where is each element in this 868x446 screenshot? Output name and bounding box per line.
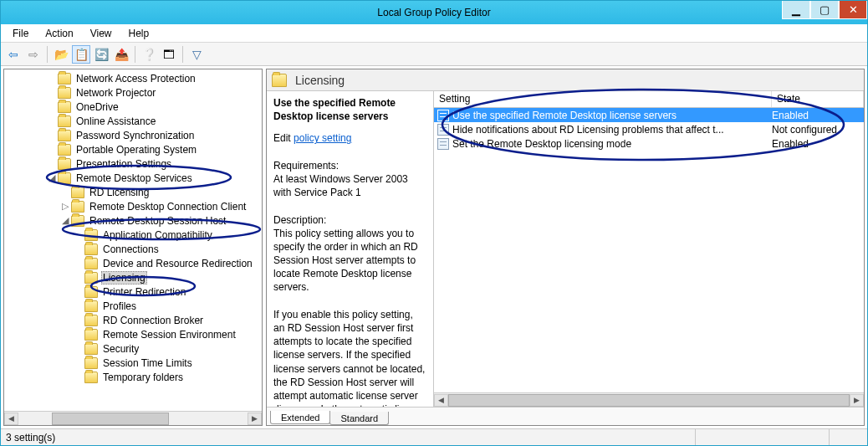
folder-icon: [84, 244, 98, 255]
menu-file[interactable]: File: [4, 26, 37, 41]
scroll-left-button[interactable]: ◀: [4, 413, 18, 425]
forward-button[interactable]: ⇨: [24, 45, 43, 64]
toolbar: ⇦ ⇨ 📂 📋 🔄 📤 ❔ 🗔 ▽: [1, 43, 867, 66]
setting-row[interactable]: Hide notifications about RD Licensing pr…: [434, 122, 864, 136]
back-button[interactable]: ⇦: [4, 45, 23, 64]
window-title: Local Group Policy Editor: [377, 7, 490, 18]
col-state[interactable]: State: [772, 91, 864, 107]
tree-label: RD Licensing: [88, 187, 151, 198]
tree-label: Remote Desktop Services: [74, 172, 194, 184]
expand-collapse-icon[interactable]: ◢: [59, 215, 71, 226]
description-text-1: This policy setting allows you to specif…: [273, 227, 426, 295]
edit-label: Edit: [273, 132, 291, 144]
tree-node[interactable]: Profiles: [6, 299, 262, 313]
tree-node[interactable]: ◢Remote Desktop Services: [6, 171, 262, 185]
setting-row[interactable]: Use the specified Remote Desktop license…: [434, 108, 864, 122]
export-button[interactable]: 📤: [112, 45, 130, 64]
col-setting[interactable]: Setting: [434, 91, 772, 107]
setting-name: Use the specified Remote Desktop license…: [452, 110, 772, 121]
tree-node[interactable]: Online Assistance: [6, 114, 262, 128]
folder-icon: [84, 315, 98, 326]
tree-node[interactable]: ◢Remote Desktop Session Host: [6, 213, 262, 228]
tree-label: Remote Desktop Connection Client: [88, 201, 248, 213]
menu-view[interactable]: View: [82, 26, 120, 41]
scroll-right-button[interactable]: ▶: [850, 394, 864, 407]
list-column-headers[interactable]: Setting State: [434, 91, 864, 108]
policy-icon: [437, 124, 449, 136]
folder-icon: [58, 172, 71, 184]
minimize-button[interactable]: ▁: [782, 1, 810, 19]
titlebar[interactable]: Local Group Policy Editor ▁ ▢ ✕: [1, 1, 867, 24]
tree-node[interactable]: Network Projector: [6, 85, 262, 100]
expand-icon[interactable]: ▷: [59, 201, 71, 212]
setting-row[interactable]: Set the Remote Desktop licensing modeEna…: [434, 136, 864, 151]
scroll-left-button[interactable]: ◀: [434, 394, 448, 407]
requirements-text: At least Windows Server 2003 with Servic…: [273, 172, 426, 199]
tree-label: Device and Resource Redirection: [101, 258, 254, 269]
refresh-button[interactable]: 🔄: [92, 45, 110, 64]
tree-node[interactable]: OneDrive: [6, 100, 262, 114]
tree-label: Security: [101, 343, 140, 355]
settings-list[interactable]: Use the specified Remote Desktop license…: [434, 108, 864, 392]
tree-label: Online Assistance: [74, 115, 157, 127]
tree-hscroll[interactable]: ◀ ▶: [4, 411, 262, 425]
tree-label: Network Access Protection: [74, 73, 197, 85]
folder-icon: [58, 101, 71, 113]
list-hscroll[interactable]: ◀ ▶: [434, 392, 864, 407]
menu-action[interactable]: Action: [37, 26, 81, 41]
tree-node[interactable]: Licensing: [6, 270, 262, 285]
tree-node[interactable]: Connections: [6, 242, 262, 256]
tree-node[interactable]: Session Time Limits: [6, 356, 262, 370]
scroll-thumb[interactable]: [52, 413, 169, 425]
info-column: Use the specified Remote Desktop license…: [267, 91, 434, 407]
folder-icon: [84, 372, 98, 383]
help-button[interactable]: ❔: [140, 45, 158, 64]
tree-node[interactable]: Remote Session Environment: [6, 327, 262, 341]
folder-icon: [71, 187, 84, 198]
tree-node[interactable]: Device and Resource Redirection: [6, 256, 262, 270]
scroll-thumb[interactable]: [448, 394, 850, 407]
folder-icon: [58, 87, 71, 99]
tree-node[interactable]: Password Synchronization: [6, 128, 262, 142]
maximize-button[interactable]: ▢: [810, 1, 839, 19]
statusbar: 3 setting(s): [1, 428, 867, 445]
tree-node[interactable]: RD Connection Broker: [6, 313, 262, 327]
tree-node[interactable]: Security: [6, 341, 262, 356]
folder-icon: [58, 144, 71, 156]
folder-icon: [84, 286, 98, 298]
tree-node[interactable]: Printer Redirection: [6, 285, 262, 299]
tree-node[interactable]: Network Access Protection: [6, 71, 262, 85]
tree-label: Profiles: [101, 300, 138, 312]
menu-help[interactable]: Help: [120, 26, 158, 41]
properties-button[interactable]: 📋: [72, 45, 90, 64]
detail-pane: Licensing Use the specified Remote Deskt…: [266, 69, 865, 426]
folder-icon: [84, 272, 98, 284]
tree-label: Remote Desktop Session Host: [88, 215, 227, 227]
policy-tree[interactable]: Network Access ProtectionNetwork Project…: [4, 69, 262, 411]
tab-extended[interactable]: Extended: [270, 411, 330, 424]
folder-icon: [84, 300, 98, 312]
tree-node[interactable]: Presentation Settings: [6, 156, 262, 171]
up-button[interactable]: 📂: [52, 45, 70, 64]
folder-icon: [84, 343, 98, 355]
close-button[interactable]: ✕: [839, 1, 867, 19]
detail-header: Licensing: [267, 69, 864, 91]
folder-icon: [272, 74, 287, 87]
tree-node[interactable]: RD Licensing: [6, 185, 262, 199]
tab-standard[interactable]: Standard: [329, 412, 389, 425]
tree-node[interactable]: Portable Operating System: [6, 142, 262, 156]
tree-label: Application Compatibility: [101, 229, 214, 241]
tree-node[interactable]: Application Compatibility: [6, 228, 262, 242]
filter-button[interactable]: ▽: [187, 45, 206, 64]
tree-pane: Network Access ProtectionNetwork Project…: [3, 69, 263, 426]
edit-policy-link[interactable]: policy setting: [294, 132, 351, 144]
scroll-right-button[interactable]: ▶: [248, 413, 262, 425]
view-tabs: Extended Standard: [267, 407, 864, 425]
description-label: Description:: [273, 213, 426, 227]
tree-label: Network Projector: [74, 87, 157, 99]
tree-node[interactable]: Temporary folders: [6, 370, 262, 384]
expand-collapse-icon[interactable]: ◢: [46, 172, 58, 183]
tree-node[interactable]: ▷Remote Desktop Connection Client: [6, 199, 262, 213]
showhide-button[interactable]: 🗔: [160, 45, 178, 64]
detail-heading: Licensing: [295, 74, 345, 87]
